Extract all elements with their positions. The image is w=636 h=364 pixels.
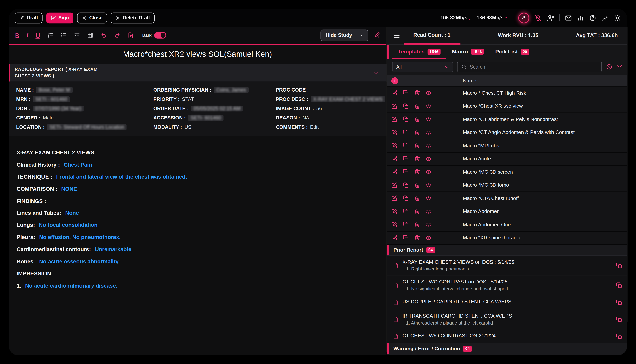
bullet-list-icon[interactable]	[60, 32, 67, 38]
undo-icon[interactable]	[100, 32, 107, 38]
prior-report-header[interactable]: Prior Report 04	[387, 244, 627, 256]
indent-icon[interactable]	[74, 32, 80, 38]
prior-report-item[interactable]: US DOPPLER CARDOTID STENT. CCA W/EPS	[387, 295, 627, 310]
copy-icon[interactable]	[403, 156, 409, 162]
copy-icon[interactable]	[403, 130, 409, 136]
copy-icon[interactable]	[403, 195, 409, 201]
delete-icon[interactable]	[414, 116, 420, 122]
delete-icon[interactable]	[414, 143, 420, 149]
template-row[interactable]: Macro *XR spine thoracic	[387, 231, 627, 244]
edit-icon[interactable]	[391, 222, 397, 228]
template-row[interactable]: Macro *CT abdomen & Pelvis Noncontrast	[387, 113, 627, 126]
template-row[interactable]: Macro *MG 3D tomo	[387, 179, 627, 192]
template-row[interactable]: Macro * Chest CT High Risk	[387, 87, 627, 100]
add-template-button[interactable]: +	[391, 77, 398, 84]
copy-icon[interactable]	[403, 235, 409, 241]
template-row[interactable]: Macro Acute	[387, 152, 627, 166]
mail-icon[interactable]	[565, 14, 572, 21]
close-button[interactable]: Close	[77, 12, 107, 23]
view-icon[interactable]	[426, 182, 432, 188]
copy-icon[interactable]	[403, 143, 409, 149]
ordered-list-icon[interactable]	[47, 32, 53, 38]
view-icon[interactable]	[426, 90, 432, 96]
delete-icon[interactable]	[414, 235, 420, 241]
copy-icon[interactable]	[403, 116, 409, 122]
template-row[interactable]: Macro *CTA Chest runoff	[387, 192, 627, 205]
view-icon[interactable]	[426, 208, 432, 214]
delete-icon[interactable]	[414, 195, 420, 201]
voice-profile-icon[interactable]	[547, 14, 554, 22]
redo-icon[interactable]	[114, 32, 120, 38]
bell-slash-icon[interactable]	[535, 14, 542, 21]
prior-report-item[interactable]: CT CHEST WO CONTRAST on DOS : 5/14/25 1.…	[387, 275, 627, 295]
view-icon[interactable]	[426, 235, 432, 241]
view-icon[interactable]	[426, 169, 432, 175]
settings-gear-icon[interactable]	[614, 14, 621, 22]
edit-icon[interactable]	[391, 116, 397, 122]
edit-icon[interactable]	[391, 169, 397, 175]
prior-report-item[interactable]: CT CHEST W/O CONTRAST ON 21/1/24	[387, 329, 627, 344]
edit-icon[interactable]	[391, 130, 397, 136]
view-icon[interactable]	[426, 156, 432, 162]
search-box[interactable]	[457, 62, 602, 72]
prior-report-item[interactable]: X-RAY EXAM CHEST 2 VIEWS on DOS : 5/14/2…	[387, 256, 627, 275]
sign-button[interactable]: Sign	[46, 12, 73, 23]
collapse-chevron-icon[interactable]	[373, 69, 379, 76]
search-input[interactable]	[470, 64, 598, 70]
template-row[interactable]: Macro *Chest XR two view	[387, 100, 627, 113]
template-row[interactable]: Macro *CT Angio Abdomen & Pelvis with Co…	[387, 126, 627, 140]
trend-icon[interactable]	[601, 14, 608, 21]
view-icon[interactable]	[426, 130, 432, 136]
copy-icon[interactable]	[403, 90, 409, 96]
delete-icon[interactable]	[414, 169, 420, 175]
edit-icon[interactable]	[391, 195, 397, 201]
copy-report-icon[interactable]	[616, 333, 622, 339]
template-row[interactable]: Macro Abdomen	[387, 205, 627, 218]
draft-button[interactable]: Draft	[15, 12, 43, 23]
copy-icon[interactable]	[403, 169, 409, 175]
edit-icon[interactable]	[391, 103, 397, 109]
delete-icon[interactable]	[414, 90, 420, 96]
copy-report-icon[interactable]	[616, 279, 622, 291]
copy-icon[interactable]	[403, 182, 409, 188]
view-icon[interactable]	[426, 103, 432, 109]
report-section-header[interactable]: RADIOLOGY REPORT ( X-RAY EXAM CHEST 2 VI…	[9, 64, 387, 81]
view-icon[interactable]	[426, 222, 432, 228]
edit-icon[interactable]	[391, 143, 397, 149]
microphone-button[interactable]	[518, 12, 529, 23]
copy-icon[interactable]	[403, 208, 409, 214]
clear-filter-icon[interactable]	[606, 64, 612, 70]
category-select[interactable]: All	[392, 62, 453, 72]
copy-icon[interactable]	[403, 222, 409, 228]
edit-icon[interactable]	[391, 156, 397, 162]
edit-report-icon[interactable]	[373, 32, 380, 39]
dark-mode-toggle[interactable]	[154, 32, 166, 38]
copy-icon[interactable]	[403, 103, 409, 109]
tab-macro[interactable]: Macro 1546	[446, 44, 490, 59]
report-body[interactable]: X-RAY EXAM CHEST 2 VIEWS Clinical Histor…	[9, 136, 387, 355]
underline-button[interactable]: U	[36, 32, 40, 39]
template-row[interactable]: Macro Abdomen One	[387, 218, 627, 231]
tab-pick-list[interactable]: Pick List 20	[490, 44, 535, 59]
view-icon[interactable]	[426, 116, 432, 122]
copy-report-icon[interactable]	[616, 299, 622, 305]
table-icon[interactable]	[87, 32, 93, 38]
delete-icon[interactable]	[414, 156, 420, 162]
view-icon[interactable]	[426, 143, 432, 149]
bar-chart-icon[interactable]	[577, 14, 584, 21]
edit-icon[interactable]	[391, 182, 397, 188]
hide-study-dropdown[interactable]: Hide Study	[320, 30, 368, 41]
delete-icon[interactable]	[414, 182, 420, 188]
delete-icon[interactable]	[414, 130, 420, 136]
delete-icon[interactable]	[414, 103, 420, 109]
warning-section-header[interactable]: Warning / Error / Correction 04	[387, 344, 627, 354]
delete-icon[interactable]	[414, 208, 420, 214]
edit-icon[interactable]	[391, 208, 397, 214]
tab-templates[interactable]: Templates 1546	[392, 44, 446, 59]
edit-icon[interactable]	[391, 235, 397, 241]
template-row[interactable]: Macro *MRI ribs	[387, 140, 627, 152]
menu-icon[interactable]	[393, 32, 400, 39]
view-icon[interactable]	[426, 195, 432, 201]
edit-icon[interactable]	[391, 90, 397, 96]
prior-report-item[interactable]: IR TRANSCATH CAROTID STENT. CCA W/EPS 1.…	[387, 310, 627, 329]
